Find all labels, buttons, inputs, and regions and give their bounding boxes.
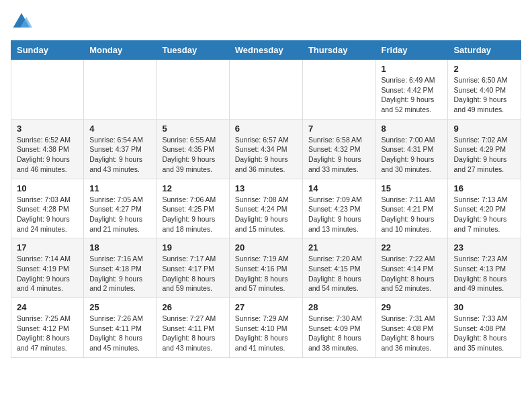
day-number: 19: [162, 242, 223, 253]
day-cell: 25Sunrise: 7:26 AM Sunset: 4:11 PM Dayli…: [84, 298, 157, 358]
day-cell: 29Sunrise: 7:31 AM Sunset: 4:08 PM Dayli…: [375, 298, 448, 358]
day-cell: 8Sunrise: 7:00 AM Sunset: 4:31 PM Daylig…: [375, 119, 448, 179]
logo-icon: [11, 11, 32, 32]
day-cell: 23Sunrise: 7:23 AM Sunset: 4:13 PM Dayli…: [448, 238, 521, 298]
day-number: 30: [453, 302, 515, 312]
day-number: 25: [89, 302, 150, 312]
day-cell: 24Sunrise: 7:25 AM Sunset: 4:12 PM Dayli…: [11, 298, 84, 358]
day-cell: 14Sunrise: 7:09 AM Sunset: 4:23 PM Dayli…: [302, 179, 375, 238]
day-number: 10: [17, 183, 78, 193]
day-info: Sunrise: 7:22 AM Sunset: 4:14 PM Dayligh…: [382, 254, 443, 293]
day-info: Sunrise: 7:08 AM Sunset: 4:24 PM Dayligh…: [235, 195, 297, 234]
day-header-monday: Monday: [84, 41, 157, 60]
day-cell: [157, 60, 229, 120]
day-info: Sunrise: 7:23 AM Sunset: 4:13 PM Dayligh…: [453, 254, 515, 293]
day-cell: 22Sunrise: 7:22 AM Sunset: 4:14 PM Dayli…: [375, 238, 448, 298]
page-header: [11, 11, 521, 32]
day-number: 3: [17, 124, 78, 134]
day-cell: 1Sunrise: 6:49 AM Sunset: 4:42 PM Daylig…: [375, 60, 448, 120]
day-number: 9: [453, 124, 515, 134]
day-header-friday: Friday: [375, 41, 448, 60]
day-cell: 5Sunrise: 6:55 AM Sunset: 4:35 PM Daylig…: [157, 119, 229, 179]
day-info: Sunrise: 7:11 AM Sunset: 4:21 PM Dayligh…: [382, 195, 443, 234]
day-cell: 7Sunrise: 6:58 AM Sunset: 4:32 PM Daylig…: [302, 119, 375, 179]
day-cell: 2Sunrise: 6:50 AM Sunset: 4:40 PM Daylig…: [448, 60, 521, 120]
day-cell: 6Sunrise: 6:57 AM Sunset: 4:34 PM Daylig…: [229, 119, 302, 179]
day-info: Sunrise: 7:06 AM Sunset: 4:25 PM Dayligh…: [162, 195, 223, 234]
day-number: 8: [382, 124, 443, 134]
day-cell: [11, 60, 84, 120]
week-row-5: 24Sunrise: 7:25 AM Sunset: 4:12 PM Dayli…: [11, 298, 521, 358]
day-number: 24: [17, 302, 78, 312]
day-info: Sunrise: 6:50 AM Sunset: 4:40 PM Dayligh…: [453, 75, 515, 115]
day-cell: 26Sunrise: 7:27 AM Sunset: 4:11 PM Dayli…: [157, 298, 229, 358]
day-number: 11: [89, 183, 150, 193]
day-cell: 21Sunrise: 7:20 AM Sunset: 4:15 PM Dayli…: [302, 238, 375, 298]
day-number: 1: [382, 64, 443, 74]
day-number: 27: [235, 302, 297, 312]
day-header-wednesday: Wednesday: [229, 41, 302, 60]
day-header-thursday: Thursday: [302, 41, 375, 60]
week-row-4: 17Sunrise: 7:14 AM Sunset: 4:19 PM Dayli…: [11, 238, 521, 298]
day-cell: [84, 60, 157, 120]
day-cell: 28Sunrise: 7:30 AM Sunset: 4:09 PM Dayli…: [302, 298, 375, 358]
day-info: Sunrise: 7:25 AM Sunset: 4:12 PM Dayligh…: [17, 314, 78, 353]
day-info: Sunrise: 7:26 AM Sunset: 4:11 PM Dayligh…: [89, 314, 150, 353]
calendar-header-row: SundayMondayTuesdayWednesdayThursdayFrid…: [11, 41, 521, 60]
day-number: 26: [162, 302, 223, 312]
day-info: Sunrise: 7:33 AM Sunset: 4:08 PM Dayligh…: [453, 314, 515, 353]
day-cell: 16Sunrise: 7:13 AM Sunset: 4:20 PM Dayli…: [448, 179, 521, 238]
day-number: 15: [382, 183, 443, 193]
week-row-1: 1Sunrise: 6:49 AM Sunset: 4:42 PM Daylig…: [11, 60, 521, 120]
day-cell: 3Sunrise: 6:52 AM Sunset: 4:38 PM Daylig…: [11, 119, 84, 179]
day-info: Sunrise: 7:16 AM Sunset: 4:18 PM Dayligh…: [89, 254, 150, 293]
day-cell: 30Sunrise: 7:33 AM Sunset: 4:08 PM Dayli…: [448, 298, 521, 358]
day-header-saturday: Saturday: [448, 41, 521, 60]
day-info: Sunrise: 7:14 AM Sunset: 4:19 PM Dayligh…: [17, 254, 78, 293]
day-number: 13: [235, 183, 297, 193]
day-info: Sunrise: 7:27 AM Sunset: 4:11 PM Dayligh…: [162, 314, 223, 353]
day-info: Sunrise: 7:29 AM Sunset: 4:10 PM Dayligh…: [235, 314, 297, 353]
day-number: 5: [162, 124, 223, 134]
day-cell: 19Sunrise: 7:17 AM Sunset: 4:17 PM Dayli…: [157, 238, 229, 298]
day-info: Sunrise: 6:58 AM Sunset: 4:32 PM Dayligh…: [308, 135, 370, 175]
day-cell: [302, 60, 375, 120]
week-row-3: 10Sunrise: 7:03 AM Sunset: 4:28 PM Dayli…: [11, 179, 521, 238]
day-number: 20: [235, 242, 297, 253]
day-number: 16: [453, 183, 515, 193]
day-cell: 12Sunrise: 7:06 AM Sunset: 4:25 PM Dayli…: [157, 179, 229, 238]
day-info: Sunrise: 6:55 AM Sunset: 4:35 PM Dayligh…: [162, 135, 223, 175]
day-info: Sunrise: 7:02 AM Sunset: 4:29 PM Dayligh…: [453, 135, 515, 175]
day-cell: 13Sunrise: 7:08 AM Sunset: 4:24 PM Dayli…: [229, 179, 302, 238]
day-cell: 9Sunrise: 7:02 AM Sunset: 4:29 PM Daylig…: [448, 119, 521, 179]
day-header-sunday: Sunday: [11, 41, 84, 60]
day-number: 12: [162, 183, 223, 193]
day-info: Sunrise: 7:03 AM Sunset: 4:28 PM Dayligh…: [17, 195, 78, 234]
calendar-table: SundayMondayTuesdayWednesdayThursdayFrid…: [11, 40, 521, 358]
day-cell: 20Sunrise: 7:19 AM Sunset: 4:16 PM Dayli…: [229, 238, 302, 298]
week-row-2: 3Sunrise: 6:52 AM Sunset: 4:38 PM Daylig…: [11, 119, 521, 179]
day-header-tuesday: Tuesday: [157, 41, 229, 60]
day-info: Sunrise: 6:52 AM Sunset: 4:38 PM Dayligh…: [17, 135, 78, 175]
day-info: Sunrise: 7:17 AM Sunset: 4:17 PM Dayligh…: [162, 254, 223, 293]
day-number: 6: [235, 124, 297, 134]
day-info: Sunrise: 6:57 AM Sunset: 4:34 PM Dayligh…: [235, 135, 297, 175]
day-cell: 18Sunrise: 7:16 AM Sunset: 4:18 PM Dayli…: [84, 238, 157, 298]
day-number: 29: [382, 302, 443, 312]
day-cell: 15Sunrise: 7:11 AM Sunset: 4:21 PM Dayli…: [375, 179, 448, 238]
day-number: 17: [17, 242, 78, 253]
day-number: 23: [453, 242, 515, 253]
day-cell: 10Sunrise: 7:03 AM Sunset: 4:28 PM Dayli…: [11, 179, 84, 238]
day-number: 14: [308, 183, 370, 193]
day-info: Sunrise: 7:19 AM Sunset: 4:16 PM Dayligh…: [235, 254, 297, 293]
day-number: 18: [89, 242, 150, 253]
day-cell: [229, 60, 302, 120]
day-info: Sunrise: 7:31 AM Sunset: 4:08 PM Dayligh…: [382, 314, 443, 353]
day-cell: 4Sunrise: 6:54 AM Sunset: 4:37 PM Daylig…: [84, 119, 157, 179]
day-number: 21: [308, 242, 370, 253]
logo: [11, 11, 35, 32]
day-info: Sunrise: 7:09 AM Sunset: 4:23 PM Dayligh…: [308, 195, 370, 234]
day-info: Sunrise: 7:00 AM Sunset: 4:31 PM Dayligh…: [382, 135, 443, 175]
day-info: Sunrise: 7:05 AM Sunset: 4:27 PM Dayligh…: [89, 195, 150, 234]
day-info: Sunrise: 6:54 AM Sunset: 4:37 PM Dayligh…: [89, 135, 150, 175]
